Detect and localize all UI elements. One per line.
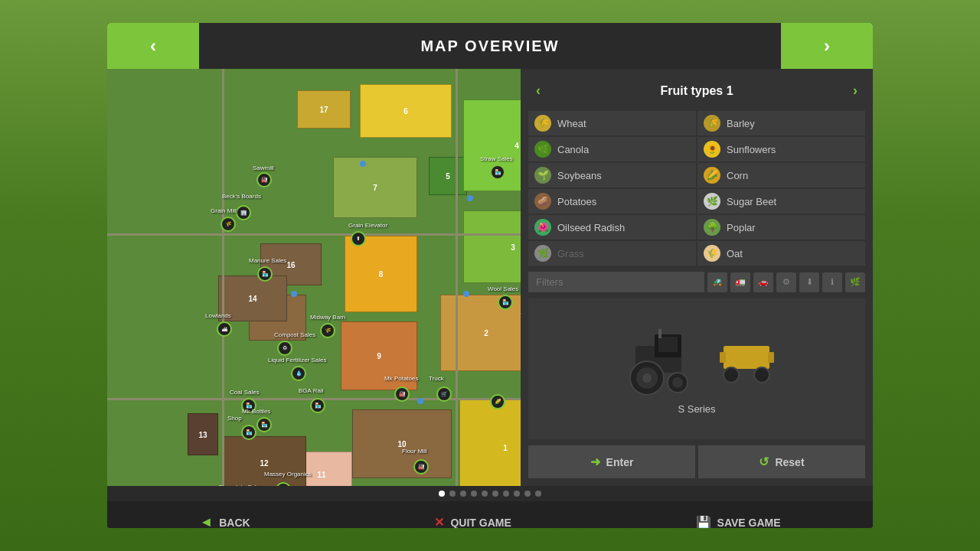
fruit-icon-canola: 🌿: [534, 141, 551, 158]
svg-point-5: [642, 373, 652, 383]
fruit-name-poplar: Poplar: [727, 222, 756, 233]
field-label-3: 3: [464, 243, 521, 251]
field-label-13: 13: [188, 430, 217, 439]
implement-image: [720, 331, 781, 392]
field-label-2: 2: [441, 329, 521, 337]
fruit-grid: 🌾Wheat🌾Barley🌿Canola🌻Sunflowers🌱Soybeans…: [528, 111, 865, 266]
filter-download-icon[interactable]: ⬇: [799, 272, 819, 292]
back-label: BACK: [219, 517, 250, 529]
filter-gear-icon[interactable]: ⚙: [776, 272, 796, 292]
fruit-name-canola: Canola: [557, 144, 589, 155]
fruit-item-potatoes[interactable]: 🥔Potatoes: [528, 189, 696, 214]
map-overview-title: MAP OVERVIEW: [199, 37, 781, 55]
map-section: 1311121101615149283574617 🏭 Sawmill ⬆: [107, 69, 521, 486]
fruit-prev-button[interactable]: ‹: [536, 83, 541, 99]
field-label-17: 17: [298, 106, 350, 114]
field-1[interactable]: 1: [459, 398, 521, 486]
page-dots: [107, 486, 873, 501]
fruit-item-soybeans[interactable]: 🌱Soybeans: [528, 163, 696, 187]
enter-label: Enter: [606, 456, 634, 468]
svg-point-10: [724, 367, 739, 383]
fruit-name-barley: Barley: [727, 118, 755, 129]
field-label-5: 5: [430, 172, 466, 181]
right-panel: ‹ Fruit types 1 › 🌾Wheat🌾Barley🌿Canola🌻S…: [521, 69, 873, 486]
fruit-item-barley[interactable]: 🌾Barley: [697, 111, 865, 135]
fruit-name-potatoes: Potatoes: [557, 196, 596, 207]
fruit-icon-soybeans: 🌱: [534, 167, 551, 184]
page-dot-6[interactable]: [503, 491, 509, 497]
page-dot-9[interactable]: [535, 491, 541, 497]
field-13[interactable]: 13: [188, 413, 218, 455]
filter-info-icon[interactable]: ℹ: [822, 272, 842, 292]
field-6[interactable]: 6: [360, 84, 452, 138]
field-10[interactable]: 10: [352, 409, 452, 478]
fruit-name-soybeans: Soybeans: [557, 170, 602, 181]
fruit-icon-sugar-beet: 🌿: [704, 193, 720, 210]
header: ‹ MAP OVERVIEW ›: [107, 23, 873, 69]
fruit-name-oilseed-radish: Oilseed Radish: [557, 222, 625, 233]
fruit-item-grass[interactable]: 🌿Grass: [528, 241, 696, 266]
fruit-icon-grass: 🌿: [534, 245, 551, 262]
fruit-icon-barley: 🌾: [704, 115, 720, 132]
filters-input[interactable]: [528, 272, 704, 292]
fruit-item-oilseed-radish[interactable]: 🌺Oilseed Radish: [528, 215, 696, 240]
reset-button[interactable]: ↺ Reset: [698, 445, 865, 478]
field-17[interactable]: 17: [297, 90, 351, 129]
fruit-item-sunflowers[interactable]: 🌻Sunflowers: [697, 137, 865, 161]
fruit-item-canola[interactable]: 🌿Canola: [528, 137, 696, 161]
svg-rect-2: [658, 337, 678, 352]
quit-icon: ✕: [434, 515, 444, 528]
fruit-item-oat[interactable]: 🌾Oat: [697, 241, 865, 266]
field-label-8: 8: [345, 270, 416, 279]
field-label-10: 10: [353, 440, 451, 448]
page-dot-2[interactable]: [460, 491, 466, 497]
fruit-name-wheat: Wheat: [557, 118, 586, 129]
back-button[interactable]: ◄ BACK: [199, 514, 250, 528]
fruit-item-poplar[interactable]: 🌳Poplar: [697, 215, 865, 240]
fruit-item-wheat[interactable]: 🌾Wheat: [528, 111, 696, 135]
field-8[interactable]: 8: [345, 236, 417, 312]
fruit-icon-oilseed-radish: 🌺: [534, 219, 551, 236]
field-5[interactable]: 5: [429, 157, 467, 195]
filter-plant-icon[interactable]: 🌿: [845, 272, 865, 292]
enter-button[interactable]: ➜ Enter: [528, 445, 695, 478]
save-label: SAVE GAME: [717, 517, 781, 529]
vehicle-display: [536, 323, 858, 399]
enter-icon: ➜: [590, 455, 600, 469]
prev-button[interactable]: ‹: [107, 23, 199, 69]
svg-rect-8: [658, 329, 662, 338]
save-button[interactable]: 💾 SAVE GAME: [696, 515, 781, 528]
page-dot-0[interactable]: [439, 491, 445, 497]
field-12[interactable]: 12: [222, 436, 306, 486]
fruit-item-sugar-beet[interactable]: 🌿Sugar Beet: [697, 189, 865, 214]
back-icon: ◄: [199, 514, 213, 528]
page-dot-5[interactable]: [492, 491, 498, 497]
reset-icon: ↺: [759, 455, 769, 469]
next-button[interactable]: ›: [781, 23, 873, 69]
quit-button[interactable]: ✕ QUIT GAME: [434, 515, 511, 528]
page-dot-7[interactable]: [514, 491, 520, 497]
field-7[interactable]: 7: [333, 157, 417, 218]
fruit-next-button[interactable]: ›: [853, 83, 858, 99]
bottom-bar: ◄ BACK ✕ QUIT GAME 💾 SAVE GAME: [107, 501, 873, 528]
field-3[interactable]: 3: [463, 210, 521, 283]
action-buttons: ➜ Enter ↺ Reset: [528, 445, 865, 478]
fruit-name-sunflowers: Sunflowers: [727, 144, 776, 155]
page-dot-4[interactable]: [482, 491, 488, 497]
field-label-12: 12: [223, 459, 305, 468]
page-dot-8[interactable]: [524, 491, 531, 497]
fruit-item-corn[interactable]: 🌽Corn: [697, 163, 865, 187]
page-dot-1[interactable]: [449, 491, 456, 497]
reset-label: Reset: [775, 456, 804, 468]
field-label-4: 4: [464, 142, 521, 150]
fruit-icon-potatoes: 🥔: [534, 193, 551, 210]
field-label-6: 6: [361, 107, 451, 116]
svg-rect-13: [768, 352, 774, 363]
filter-tractor-icon[interactable]: 🚜: [707, 272, 727, 292]
field-label-7: 7: [334, 184, 416, 192]
field-label-9: 9: [341, 352, 416, 360]
filter-car-icon[interactable]: 🚗: [753, 272, 773, 292]
quit-label: QUIT GAME: [450, 517, 511, 529]
filter-truck-icon[interactable]: 🚛: [730, 272, 750, 292]
page-dot-3[interactable]: [471, 491, 477, 497]
